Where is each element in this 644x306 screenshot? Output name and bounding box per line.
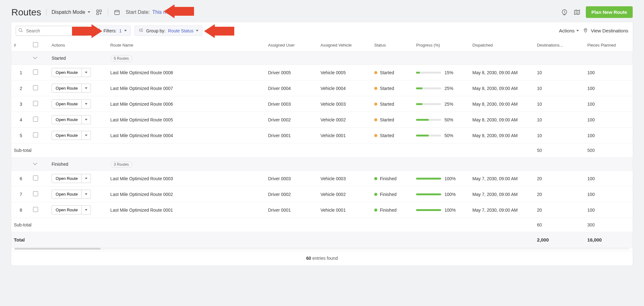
vertical-scrollbar[interactable]: [627, 65, 633, 81]
route-row: 3 Open Route Last Mile Optimized Route 0…: [11, 96, 633, 112]
total-label: Total: [11, 232, 266, 248]
chevron-down-icon: [85, 135, 87, 136]
dispatch-mode-dropdown[interactable]: Dispatch Mode: [52, 9, 90, 15]
vertical-scrollbar[interactable]: [627, 171, 633, 186]
open-route-button[interactable]: Open Route: [52, 84, 82, 93]
col-dispatched[interactable]: Dispatched: [470, 39, 534, 52]
col-assigned-vehicle[interactable]: Assigned Vehicle: [318, 39, 372, 52]
open-route-button[interactable]: Open Route: [52, 68, 82, 77]
subtotal-row: Sub-total 50 500: [11, 143, 633, 158]
col-destinations[interactable]: Destinations...: [535, 39, 585, 52]
col-route-name[interactable]: Route Name: [108, 39, 266, 52]
chevron-down-icon: [85, 103, 87, 105]
col-number[interactable]: #: [11, 39, 31, 52]
page-header: Routes Dispatch Mode Start Date: This mo…: [11, 4, 633, 22]
pieces-cell: 100: [585, 112, 627, 128]
subtotal-destinations: 50: [535, 143, 585, 158]
open-route-button[interactable]: Open Route: [52, 115, 82, 124]
open-route-more-button[interactable]: [82, 68, 91, 77]
view-destinations-button[interactable]: View Destinations: [583, 27, 628, 34]
pieces-cell: 100: [585, 186, 627, 202]
row-checkbox[interactable]: [33, 70, 38, 75]
col-assigned-user[interactable]: Assigned User: [266, 39, 318, 52]
calendar-icon[interactable]: [113, 8, 121, 16]
svg-marker-13: [574, 10, 580, 14]
divider: [108, 9, 108, 16]
status-dot-icon: [374, 209, 377, 212]
destinations-cell: 10: [535, 128, 585, 143]
group-by-button[interactable]: Group by: Route Status: [135, 25, 203, 36]
col-status[interactable]: Status: [372, 39, 414, 52]
expand-toggle-icon[interactable]: [33, 55, 37, 60]
search-icon: [18, 28, 23, 34]
open-route-button[interactable]: Open Route: [52, 99, 82, 108]
vertical-scrollbar[interactable]: [627, 202, 633, 218]
row-checkbox[interactable]: [33, 132, 38, 137]
open-route-more-button[interactable]: [82, 174, 91, 183]
group-name: Started: [49, 52, 108, 65]
actions-label: Actions: [559, 28, 575, 33]
open-route-more-button[interactable]: [82, 99, 91, 108]
clock-icon[interactable]: [561, 8, 568, 16]
route-row: 5 Open Route Last Mile Optimized Route 0…: [11, 128, 633, 143]
dispatched-cell: May 7, 2030, 09:00 AM: [470, 202, 534, 218]
open-route-button[interactable]: Open Route: [52, 190, 82, 199]
row-checkbox[interactable]: [33, 85, 38, 90]
entries-suffix: entries found: [311, 256, 338, 261]
route-name-cell: Last Mile Optimized Route 0007: [108, 81, 266, 96]
col-progress[interactable]: Progress (%): [414, 39, 470, 52]
row-checkbox[interactable]: [33, 101, 38, 106]
dispatched-cell: May 7, 2030, 09:00 AM: [470, 186, 534, 202]
vertical-scrollbar[interactable]: [627, 112, 633, 128]
search-input[interactable]: [16, 26, 88, 36]
horizontal-scrollbar[interactable]: [11, 248, 633, 251]
assigned-vehicle-cell: Vehicle 0001: [318, 128, 372, 143]
status-cell: Started: [372, 96, 414, 112]
select-all-checkbox[interactable]: [33, 42, 38, 47]
assigned-user-cell: Driver 0002: [266, 112, 318, 128]
assigned-user-cell: Driver 0002: [266, 186, 318, 202]
dispatched-cell: May 8, 2030, 09:00 AM: [470, 128, 534, 143]
svg-rect-2: [97, 13, 98, 14]
chevron-down-icon: [85, 193, 87, 195]
open-route-more-button[interactable]: [82, 205, 91, 214]
col-actions[interactable]: Actions: [49, 39, 108, 52]
row-number: 7: [11, 186, 31, 202]
vertical-scrollbar[interactable]: [627, 81, 633, 96]
expand-toggle-icon[interactable]: [33, 161, 37, 166]
vertical-scrollbar[interactable]: [627, 128, 633, 143]
open-route-more-button[interactable]: [82, 115, 91, 124]
vertical-scrollbar[interactable]: [627, 96, 633, 112]
row-checkbox[interactable]: [33, 191, 38, 196]
actions-dropdown[interactable]: Actions: [559, 28, 579, 33]
pieces-cell: 100: [585, 202, 627, 218]
status-cell: Started: [372, 81, 414, 96]
svg-line-11: [564, 12, 565, 13]
open-route-button[interactable]: Open Route: [52, 131, 82, 140]
chevron-down-icon: [85, 119, 87, 120]
plan-new-route-button[interactable]: Plan New Route: [586, 6, 633, 18]
map-icon[interactable]: [573, 8, 581, 16]
dashboard-icon[interactable]: [95, 8, 103, 16]
route-row: 8 Open Route Last Mile Optimized Route 0…: [11, 202, 633, 218]
open-route-more-button[interactable]: [82, 190, 91, 199]
open-route-more-button[interactable]: [82, 84, 91, 93]
row-checkbox[interactable]: [33, 117, 38, 122]
progress-bar: [416, 209, 441, 211]
open-route-button[interactable]: Open Route: [52, 174, 82, 183]
filters-button[interactable]: Filters: 1: [92, 25, 131, 36]
open-route-button[interactable]: Open Route: [52, 205, 82, 214]
progress-bar: [416, 178, 441, 180]
chevron-down-icon: [124, 30, 127, 31]
progress-cell: 25%: [416, 102, 467, 107]
open-route-more-button[interactable]: [82, 131, 91, 140]
row-checkbox[interactable]: [33, 175, 38, 181]
vertical-scrollbar[interactable]: [627, 186, 633, 202]
status-dot-icon: [374, 134, 377, 137]
row-number: 3: [11, 96, 31, 112]
routes-table: # Actions Route Name Assigned User Assig…: [11, 39, 633, 248]
row-checkbox[interactable]: [33, 207, 38, 212]
col-pieces[interactable]: Pieces Planned: [585, 39, 627, 52]
dispatched-cell: May 7, 2030, 09:00 AM: [470, 171, 534, 186]
start-date-dropdown[interactable]: Start Date: This month: [126, 9, 182, 15]
